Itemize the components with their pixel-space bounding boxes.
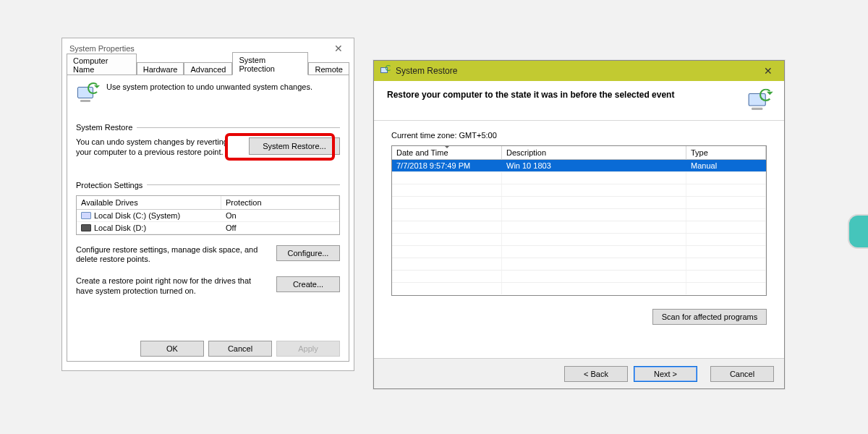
col-date-time-label: Date and Time: [396, 148, 448, 157]
tab-remote[interactable]: Remote: [308, 62, 349, 75]
close-icon[interactable]: ✕: [755, 63, 781, 79]
drive-protection: On: [221, 210, 339, 221]
configure-description: Configure restore settings, manage disk …: [76, 245, 269, 265]
tab-strip: Computer Name Hardware Advanced System P…: [62, 59, 354, 75]
cell-description: Win 10 1803: [502, 160, 686, 171]
drive-protection: Off: [221, 222, 339, 234]
cell-datetime: 7/7/2018 9:57:49 PM: [392, 160, 502, 171]
titlebar[interactable]: System Restore ✕: [374, 61, 784, 81]
cell-type: Manual: [686, 160, 766, 171]
wizard-footer: < Back Next > Cancel: [374, 358, 784, 388]
create-button[interactable]: Create...: [276, 276, 340, 292]
table-header: Date and Time Description Type: [392, 146, 766, 160]
wizard-heading: Restore your computer to the state it wa…: [387, 90, 741, 101]
system-restore-icon: [746, 88, 772, 114]
tab-advanced[interactable]: Advanced: [184, 62, 232, 75]
close-icon[interactable]: ✕: [326, 41, 351, 56]
sort-descending-icon: [444, 145, 450, 151]
dialog-button-bar: OK Cancel Apply: [140, 341, 340, 357]
table-row[interactable]: Local Disk (C:) (System) On: [77, 210, 339, 222]
col-available-drives[interactable]: Available Drives: [77, 196, 221, 209]
wizard-header: Restore your computer to the state it wa…: [374, 81, 784, 121]
table-row[interactable]: Local Disk (D:) Off: [77, 222, 339, 234]
decorative-shape: [848, 214, 868, 249]
col-protection[interactable]: Protection: [221, 196, 339, 209]
window-title: System Restore: [396, 66, 457, 76]
tab-system-protection[interactable]: System Protection: [232, 52, 308, 75]
drive-icon: [81, 224, 91, 231]
section-label-protection: Protection Settings: [76, 181, 340, 190]
system-restore-wizard: System Restore ✕ Restore your computer t…: [373, 60, 785, 389]
ok-button[interactable]: OK: [140, 341, 204, 357]
col-date-time[interactable]: Date and Time: [392, 146, 502, 160]
system-restore-icon: [76, 82, 99, 106]
col-description[interactable]: Description: [502, 146, 686, 160]
window-title: System Properties: [69, 44, 135, 53]
drive-name: Local Disk (D:): [94, 224, 146, 232]
tab-panel-system-protection: Use system protection to undo unwanted s…: [67, 75, 349, 362]
configure-button[interactable]: Configure...: [276, 245, 340, 261]
restore-description: You can undo system changes by reverting…: [76, 137, 242, 158]
apply-button: Apply: [276, 341, 340, 357]
timezone-label: Current time zone: GMT+5:00: [391, 131, 767, 140]
create-description: Create a restore point right now for the…: [76, 276, 269, 297]
drive-icon: [81, 212, 91, 219]
section-restore-title: System Restore: [76, 123, 132, 132]
back-button[interactable]: < Back: [564, 366, 628, 382]
drive-name: Local Disk (C:) (System): [94, 211, 180, 220]
scan-affected-programs-button[interactable]: Scan for affected programs: [652, 309, 767, 325]
drives-header: Available Drives Protection: [77, 196, 339, 210]
tab-computer-name[interactable]: Computer Name: [67, 54, 137, 75]
section-protection-title: Protection Settings: [76, 181, 142, 190]
intro-text: Use system protection to undo unwanted s…: [106, 82, 312, 91]
drives-table: Available Drives Protection Local Disk (…: [76, 195, 340, 235]
tab-hardware[interactable]: Hardware: [137, 62, 184, 75]
col-type[interactable]: Type: [686, 146, 766, 160]
restore-points-table: Date and Time Description Type 7/7/2018 …: [391, 145, 767, 296]
next-button[interactable]: Next >: [634, 366, 697, 382]
system-properties-dialog: System Properties ✕ Computer Name Hardwa…: [61, 38, 354, 371]
system-restore-icon: [380, 65, 391, 77]
cancel-button[interactable]: Cancel: [710, 366, 774, 382]
section-label-restore: System Restore: [76, 123, 340, 132]
cancel-button[interactable]: Cancel: [208, 341, 272, 357]
system-restore-button[interactable]: System Restore...: [249, 137, 340, 155]
table-row[interactable]: 7/7/2018 9:57:49 PM Win 10 1803 Manual: [392, 160, 766, 171]
